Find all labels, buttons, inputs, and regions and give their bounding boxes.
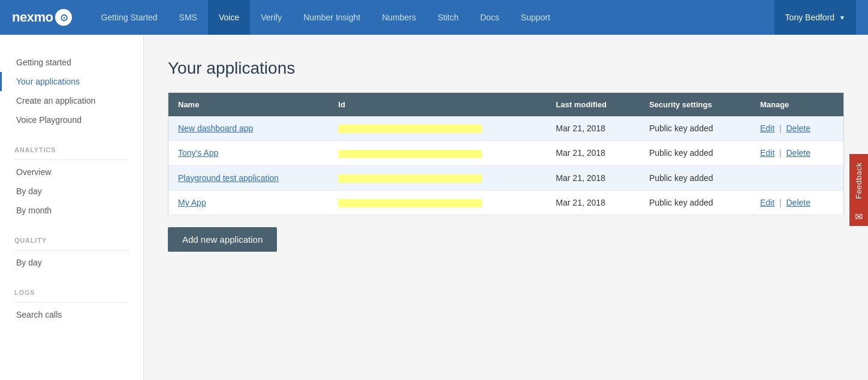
edit-link-2[interactable]: Edit bbox=[760, 148, 774, 158]
page-title: Your applications bbox=[168, 59, 844, 78]
manage-cell-2: Edit | Delete bbox=[751, 141, 844, 165]
nav-item-verify[interactable]: Verify bbox=[250, 0, 293, 35]
app-last-modified-4: Mar 21, 2018 bbox=[546, 190, 640, 215]
app-id-redacted-2 bbox=[338, 150, 482, 158]
nav-items-list: Getting Started SMS Voice Verify Number … bbox=[90, 0, 774, 35]
app-security-4: Public key added bbox=[640, 190, 751, 215]
col-header-name: Name bbox=[168, 93, 329, 117]
app-name-link-2[interactable]: Tony's App bbox=[178, 148, 218, 158]
feedback-tab-container: Feedback ✉ bbox=[849, 154, 868, 226]
logo[interactable]: nexmo ⊙ bbox=[12, 9, 72, 26]
table-row: New dashboard app Mar 21, 2018 Public ke… bbox=[168, 116, 844, 141]
table-header: Name Id Last modified Security settings … bbox=[168, 93, 844, 117]
table-row: Playground test application Mar 21, 2018… bbox=[168, 165, 844, 190]
logo-icon: ⊙ bbox=[55, 9, 72, 26]
sidebar-item-analytics-by-day[interactable]: By day bbox=[0, 182, 143, 201]
app-security-2: Public key added bbox=[640, 141, 751, 165]
sidebar-item-your-applications[interactable]: Your applications bbox=[0, 72, 143, 91]
logo-text: nexmo bbox=[12, 10, 53, 25]
table-body: New dashboard app Mar 21, 2018 Public ke… bbox=[168, 116, 844, 215]
manage-cell-1: Edit | Delete bbox=[751, 116, 844, 141]
nav-right: Tony Bedford ▼ bbox=[774, 0, 856, 35]
analytics-divider bbox=[14, 159, 129, 160]
app-last-modified-2: Mar 21, 2018 bbox=[546, 141, 640, 165]
app-name-link-3[interactable]: Playground test application bbox=[178, 173, 279, 183]
col-header-id: Id bbox=[328, 93, 546, 117]
sidebar-item-voice-playground[interactable]: Voice Playground bbox=[0, 110, 143, 129]
app-security-3: Public key added bbox=[640, 165, 751, 190]
quality-divider bbox=[14, 250, 129, 251]
main-content: Your applications Name Id Last modified … bbox=[144, 35, 868, 380]
edit-link-1[interactable]: Edit bbox=[760, 123, 774, 133]
logs-section-label: LOGS bbox=[0, 279, 143, 300]
page-layout: Getting started Your applications Create… bbox=[0, 35, 868, 380]
user-name: Tony Bedford bbox=[785, 13, 835, 22]
app-name-link-1[interactable]: New dashboard app bbox=[178, 123, 253, 133]
delete-link-2[interactable]: Delete bbox=[786, 148, 810, 158]
feedback-icon: ✉ bbox=[849, 207, 868, 226]
sidebar-item-quality-by-day[interactable]: By day bbox=[0, 253, 143, 272]
app-last-modified-3: Mar 21, 2018 bbox=[546, 165, 640, 190]
add-new-application-button[interactable]: Add new application bbox=[168, 227, 277, 252]
app-id-redacted-3 bbox=[338, 174, 482, 183]
user-menu[interactable]: Tony Bedford ▼ bbox=[774, 0, 856, 35]
app-last-modified-1: Mar 21, 2018 bbox=[546, 116, 640, 141]
nav-item-sms[interactable]: SMS bbox=[168, 0, 208, 35]
sidebar-item-analytics-by-month[interactable]: By month bbox=[0, 201, 143, 220]
delete-link-4[interactable]: Delete bbox=[786, 198, 810, 207]
app-id-redacted-1 bbox=[338, 125, 482, 133]
logs-divider bbox=[14, 302, 129, 303]
feedback-tab[interactable]: Feedback ✉ bbox=[849, 154, 868, 226]
nav-item-stitch[interactable]: Stitch bbox=[427, 0, 469, 35]
separator-1: | bbox=[779, 123, 782, 133]
nav-item-voice[interactable]: Voice bbox=[208, 0, 250, 35]
app-security-1: Public key added bbox=[640, 116, 751, 141]
col-header-security: Security settings bbox=[640, 93, 751, 117]
sidebar-item-search-calls[interactable]: Search calls bbox=[0, 305, 143, 324]
separator-2: | bbox=[779, 148, 782, 158]
sidebar-item-getting-started[interactable]: Getting started bbox=[0, 53, 143, 72]
feedback-label: Feedback bbox=[849, 154, 868, 207]
manage-cell-3 bbox=[751, 165, 844, 190]
nav-item-getting-started[interactable]: Getting Started bbox=[90, 0, 168, 35]
sidebar: Getting started Your applications Create… bbox=[0, 35, 144, 380]
sidebar-item-create-application[interactable]: Create an application bbox=[0, 91, 143, 110]
analytics-section-label: ANALYTICS bbox=[0, 137, 143, 157]
chevron-down-icon: ▼ bbox=[839, 14, 845, 21]
applications-table: Name Id Last modified Security settings … bbox=[168, 92, 844, 215]
sidebar-item-analytics-overview[interactable]: Overview bbox=[0, 162, 143, 182]
manage-cell-4: Edit | Delete bbox=[751, 190, 844, 215]
app-name-link-4[interactable]: My App bbox=[178, 198, 206, 207]
nav-item-support[interactable]: Support bbox=[510, 0, 561, 35]
app-id-redacted-4 bbox=[338, 199, 482, 207]
top-navigation: nexmo ⊙ Getting Started SMS Voice Verify… bbox=[0, 0, 868, 35]
quality-section-label: QUALITY bbox=[0, 227, 143, 248]
nav-item-numbers[interactable]: Numbers bbox=[371, 0, 427, 35]
nav-item-docs[interactable]: Docs bbox=[469, 0, 510, 35]
edit-link-4[interactable]: Edit bbox=[760, 198, 774, 207]
delete-link-1[interactable]: Delete bbox=[786, 123, 810, 133]
separator-4: | bbox=[779, 198, 782, 207]
col-header-manage: Manage bbox=[751, 93, 844, 117]
nav-item-number-insight[interactable]: Number Insight bbox=[293, 0, 371, 35]
table-row: Tony's App Mar 21, 2018 Public key added… bbox=[168, 141, 844, 165]
table-row: My App Mar 21, 2018 Public key added Edi… bbox=[168, 190, 844, 215]
col-header-last-modified: Last modified bbox=[546, 93, 640, 117]
